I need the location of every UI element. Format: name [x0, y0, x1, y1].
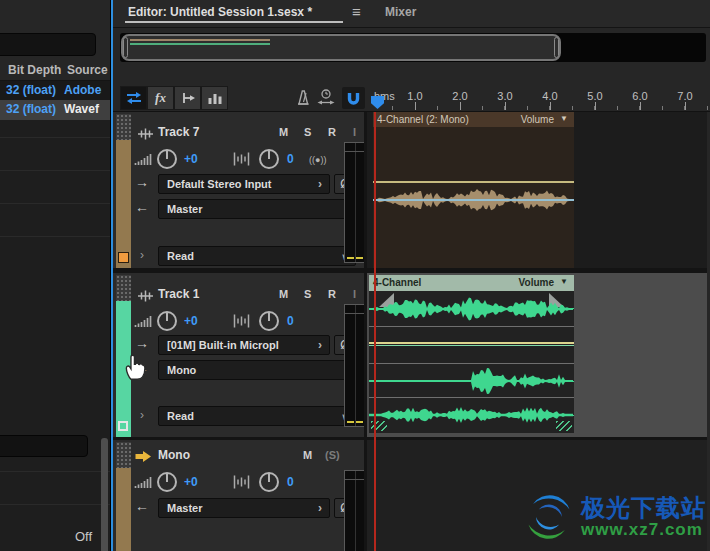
track7-output-select[interactable]: Master [158, 199, 356, 219]
pan-value[interactable]: 0 [287, 475, 294, 489]
input-arrow-icon: → [135, 174, 149, 190]
timeline-ruler[interactable]: hms 1.0 2.0 3.0 4.0 5.0 6.0 7.0 [370, 84, 710, 111]
clip-4channel-2mono[interactable]: 4-Channel (2: Mono) Volume ▼ [373, 112, 574, 268]
metronome-icon[interactable] [293, 88, 313, 108]
track-name[interactable]: Track 7 [158, 125, 199, 139]
volume-knob[interactable] [157, 472, 177, 492]
navigator-left-grip[interactable] [123, 37, 128, 58]
zoom-navigator-handle[interactable] [121, 34, 561, 61]
track7-automation-select[interactable]: Read [158, 246, 356, 266]
track1-color-square[interactable] [118, 421, 128, 431]
solo-button[interactable]: (S) [325, 449, 340, 461]
automation-chevron-icon[interactable]: › [140, 248, 144, 262]
zoom-navigator-track[interactable] [120, 33, 706, 62]
meter-peak-indicator [356, 421, 363, 423]
clips-column: 4-Channel (2: Mono) Volume ▼ 4-Ch [367, 112, 707, 551]
bus-strip[interactable] [116, 440, 131, 551]
track-name[interactable]: Track 1 [158, 287, 199, 301]
clip-4channel-selected[interactable]: 4-Channel Volume ▼ [369, 275, 574, 433]
column-bit-depth[interactable]: Bit Depth [8, 63, 61, 77]
effects-rack-button[interactable]: fx [147, 86, 174, 110]
track7-strip[interactable] [116, 112, 131, 268]
waveform-centerline [369, 415, 574, 416]
volume-bars-icon [134, 475, 153, 489]
navigator-right-grip[interactable] [554, 37, 559, 58]
solo-button[interactable]: S [304, 126, 311, 138]
channel-separator [369, 397, 574, 398]
track7-lane[interactable]: 4-Channel (2: Mono) Volume ▼ [367, 112, 707, 268]
pan-value[interactable]: 0 [287, 314, 294, 328]
bus-arrow-icon [135, 450, 152, 463]
clip-header[interactable]: 4-Channel Volume ▼ [369, 275, 574, 291]
solo-button[interactable]: S [304, 288, 311, 300]
audio-track-icon [137, 128, 154, 140]
bus-output-select[interactable]: Master [158, 498, 330, 518]
output-arrow-icon: ← [135, 498, 149, 514]
ruler-major-ticks [415, 102, 710, 110]
track-grip-icon[interactable] [116, 275, 131, 301]
playhead-marker[interactable] [371, 96, 384, 109]
routing-button[interactable] [174, 86, 201, 110]
chevron-down-icon[interactable]: ▼ [560, 114, 568, 123]
volume-envelope-line[interactable] [369, 342, 574, 344]
monitoring-icon[interactable]: ((●)) [309, 155, 326, 165]
watermark-text: 极光下载站 www.xz7.com [581, 495, 706, 538]
tab-editor[interactable]: Editor: Untitled Session 1.sesx * [128, 5, 312, 19]
input-monitor-button[interactable]: I [353, 126, 356, 138]
pan-value[interactable]: 0 [287, 152, 294, 166]
pan-knob[interactable] [259, 311, 279, 331]
file-row[interactable]: 32 (float) Adobe [0, 81, 110, 100]
navigator-mini-waveform-track7 [130, 39, 270, 41]
volume-value[interactable]: +0 [184, 314, 198, 328]
clip-title: 4-Channel [373, 277, 421, 288]
input-monitor-button[interactable]: I [353, 288, 356, 300]
track7-color-square[interactable] [118, 252, 129, 263]
navigator-mini-waveform-track1 [130, 43, 270, 45]
track-grip-icon[interactable] [116, 442, 131, 468]
meter-peak-indicator [347, 257, 354, 259]
volume-knob[interactable] [157, 149, 177, 169]
waveform-ch1 [369, 293, 574, 325]
track-name[interactable]: Mono [158, 448, 190, 462]
track1-input-select[interactable]: [01M] Built-in Micropl [158, 335, 330, 355]
volume-value[interactable]: +0 [184, 475, 198, 489]
chevron-down-icon[interactable]: ▼ [560, 277, 568, 286]
track7-input-select[interactable]: Default Stereo Input [158, 174, 330, 194]
track1-lane[interactable]: 4-Channel Volume ▼ [367, 273, 707, 437]
file-bit-depth: 32 (float) [6, 83, 56, 97]
file-source: Adobe [64, 83, 101, 97]
arm-record-button[interactable]: R [328, 288, 336, 300]
track1-automation-select[interactable]: Read [158, 406, 356, 426]
arm-record-button[interactable]: R [328, 126, 336, 138]
mute-button[interactable]: M [279, 288, 288, 300]
move-tool-button[interactable] [120, 86, 147, 110]
clip-envelope-mode[interactable]: Volume [519, 277, 554, 288]
meter-peak-indicator [347, 421, 354, 423]
volume-value[interactable]: +0 [184, 152, 198, 166]
automation-chevron-icon[interactable]: › [140, 408, 144, 422]
snap-toggle-button[interactable] [342, 87, 365, 109]
files-scrollbar[interactable] [101, 438, 108, 551]
files-panel-field[interactable] [0, 435, 88, 457]
file-row-selected[interactable]: 32 (float) Wavef [0, 100, 110, 120]
tab-mixer[interactable]: Mixer [385, 5, 416, 19]
meter-peak-indicator [356, 257, 363, 259]
clip-title: 4-Channel (2: Mono) [377, 114, 469, 125]
track1-output-select[interactable]: Mono [158, 360, 356, 380]
metering-button[interactable] [201, 86, 228, 110]
files-search-input[interactable] [0, 33, 96, 56]
clip-envelope-mode[interactable]: Volume [521, 114, 554, 125]
track-grip-icon[interactable] [116, 114, 131, 140]
pan-knob[interactable] [259, 472, 279, 492]
input-arrow-icon: → [135, 335, 149, 351]
stretch-clock-icon[interactable] [316, 88, 336, 108]
mute-button[interactable]: M [279, 126, 288, 138]
clip-header[interactable]: 4-Channel (2: Mono) Volume ▼ [373, 112, 574, 127]
volume-knob[interactable] [157, 311, 177, 331]
column-source[interactable]: Source [67, 63, 108, 77]
mute-button[interactable]: M [303, 449, 312, 461]
volume-envelope-line[interactable] [373, 181, 574, 183]
panel-menu-icon[interactable]: ≡ [352, 3, 361, 20]
playhead-line[interactable] [374, 112, 376, 551]
pan-knob[interactable] [259, 149, 279, 169]
